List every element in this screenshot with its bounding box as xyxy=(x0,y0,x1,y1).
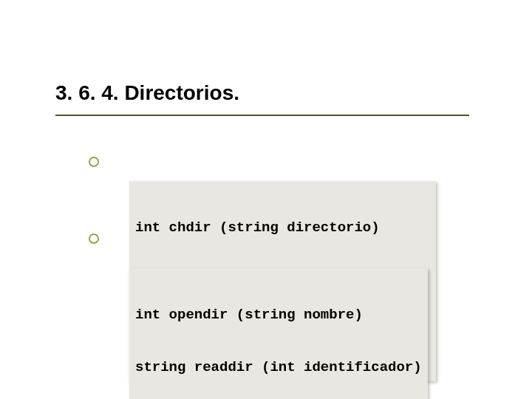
slide-title: 3. 6. 4. Directorios. xyxy=(55,81,239,105)
code-line: string readdir (int identificador) xyxy=(135,359,422,377)
bullet-icon xyxy=(89,233,99,244)
code-block-2: int opendir (string nombre) string readd… xyxy=(129,268,428,399)
bullet-icon xyxy=(89,157,99,167)
title-underline xyxy=(55,115,469,116)
code-line: int opendir (string nombre) xyxy=(135,307,422,324)
code-line: int chdir (string directorio) xyxy=(135,219,430,237)
slide: 3. 6. 4. Directorios. int chdir (string … xyxy=(0,0,532,399)
